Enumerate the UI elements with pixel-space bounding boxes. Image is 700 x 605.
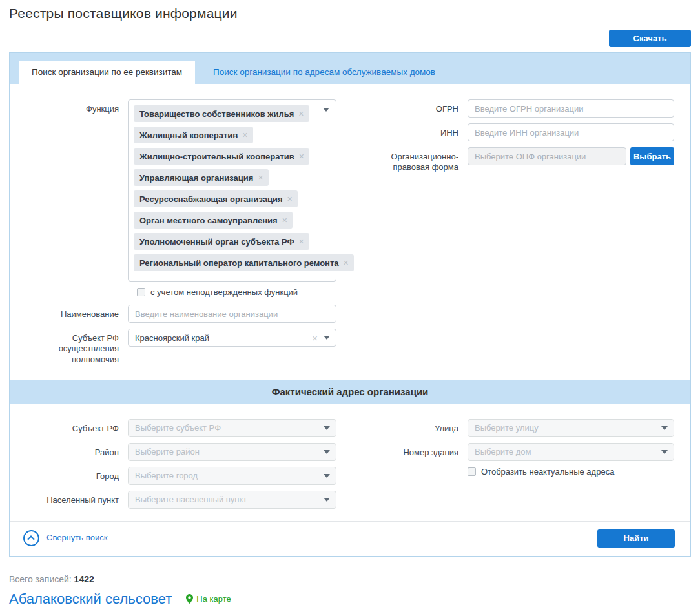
opf-choose-button[interactable]: Выбрать: [630, 147, 674, 165]
chevron-down-icon: [323, 108, 329, 112]
show-inactive-addresses-label: Отобразить неактуальные адреса: [481, 467, 614, 477]
address-building-select[interactable]: Выберите дом: [468, 443, 674, 461]
remove-tag-icon[interactable]: ×: [258, 172, 263, 183]
address-settlement-select[interactable]: Выберите населенный пункт: [128, 491, 336, 509]
address-subject-select[interactable]: Выберите субъект РФ: [128, 419, 336, 437]
ogrn-label: ОГРН: [357, 99, 468, 118]
chevron-down-icon: [324, 450, 330, 454]
page-title: Реестры поставщиков информации: [0, 0, 700, 21]
address-district-label: Район: [10, 443, 128, 461]
search-panel: Поиск организации по ее реквизитам Поиск…: [9, 52, 691, 557]
chevron-down-icon: [661, 450, 668, 454]
opf-input[interactable]: [468, 147, 626, 165]
show-inactive-addresses-checkbox[interactable]: Отобразить неактуальные адреса: [468, 467, 675, 477]
tab-search-by-addresses[interactable]: Поиск организации по адресам обслуживаем…: [213, 61, 435, 84]
search-panel-footer: Свернуть поиск Найти: [10, 521, 690, 556]
address-subject-label: Субъект РФ: [10, 419, 128, 437]
total-records-value: 1422: [74, 574, 94, 584]
remove-tag-icon[interactable]: ×: [282, 215, 287, 225]
address-street-select[interactable]: Выберите улицу: [468, 419, 674, 437]
subject-rf-authority-label: Субъект РФ осуществления полномочия: [10, 329, 128, 365]
subject-rf-authority-select[interactable]: Красноярский край ×: [128, 329, 336, 347]
organization-link[interactable]: Абалаковский сельсовет: [9, 591, 172, 605]
unconfirmed-functions-label: с учетом неподтвержденных функций: [150, 287, 298, 297]
remove-tag-icon[interactable]: ×: [242, 130, 247, 140]
function-tag: Товарищество собственников жилья×: [134, 105, 309, 122]
unconfirmed-functions-checkbox[interactable]: с учетом неподтвержденных функций: [137, 287, 357, 297]
function-multiselect[interactable]: Товарищество собственников жилья× Жилищн…: [128, 99, 336, 282]
chevron-down-icon: [661, 426, 668, 430]
clear-icon[interactable]: ×: [312, 333, 318, 344]
toolbar: Скачать: [0, 21, 700, 52]
address-section-title: Фактический адрес организации: [10, 380, 690, 404]
inn-label: ИНН: [357, 123, 468, 141]
map-pin-icon: [186, 594, 193, 604]
on-map-link[interactable]: На карте: [186, 594, 231, 604]
function-tag: Орган местного самоуправления×: [134, 212, 293, 229]
function-tag: Уполномоченный орган субъекта РФ×: [134, 233, 309, 250]
tab-search-by-requisites[interactable]: Поиск организации по ее реквизитам: [19, 61, 195, 84]
total-records: Всего записей: 1422: [9, 574, 691, 584]
function-tag: Ресурсоснабжающая организация×: [134, 190, 298, 207]
name-input[interactable]: [128, 305, 336, 323]
tab-bar: Поиск организации по ее реквизитам Поиск…: [10, 53, 690, 84]
checkbox-icon[interactable]: [137, 288, 145, 296]
address-building-label: Номер здания: [357, 443, 468, 461]
remove-tag-icon[interactable]: ×: [298, 108, 304, 119]
chevron-down-icon: [324, 474, 330, 478]
function-tag: Управляющая организация×: [134, 169, 269, 186]
requisites-form: Функция Товарищество собственников жилья…: [10, 84, 690, 380]
chevron-up-circle-icon: [23, 530, 39, 546]
address-city-label: Город: [10, 467, 128, 485]
chevron-down-icon: [324, 336, 330, 340]
remove-tag-icon[interactable]: ×: [344, 258, 349, 268]
name-label: Наименование: [10, 305, 128, 323]
collapse-search-link[interactable]: Свернуть поиск: [23, 530, 107, 546]
address-city-select[interactable]: Выберите город: [128, 467, 336, 485]
remove-tag-icon[interactable]: ×: [287, 194, 293, 204]
remove-tag-icon[interactable]: ×: [299, 151, 304, 161]
chevron-down-icon: [324, 498, 330, 502]
function-label: Функция: [10, 99, 128, 282]
address-form: Субъект РФ Выберите субъект РФ Район Выб…: [10, 404, 690, 521]
find-button[interactable]: Найти: [597, 529, 675, 548]
checkbox-icon[interactable]: [468, 467, 476, 476]
opf-label: Организационно-правовая форма: [357, 147, 468, 173]
address-street-label: Улица: [357, 419, 468, 437]
results-section: Всего записей: 1422 Абалаковский сельсов…: [9, 557, 691, 605]
download-button[interactable]: Скачать: [609, 30, 691, 47]
chevron-down-icon: [324, 426, 330, 430]
function-tag: Жилищно-строительный кооператив×: [134, 148, 309, 165]
function-tag: Жилищный кооператив×: [134, 127, 253, 143]
function-tag: Региональный оператор капитального ремон…: [134, 254, 354, 271]
address-settlement-label: Населенный пункт: [10, 491, 128, 509]
remove-tag-icon[interactable]: ×: [299, 236, 304, 247]
address-district-select[interactable]: Выберите район: [128, 443, 336, 461]
inn-input[interactable]: [468, 123, 674, 141]
ogrn-input[interactable]: [468, 99, 674, 118]
